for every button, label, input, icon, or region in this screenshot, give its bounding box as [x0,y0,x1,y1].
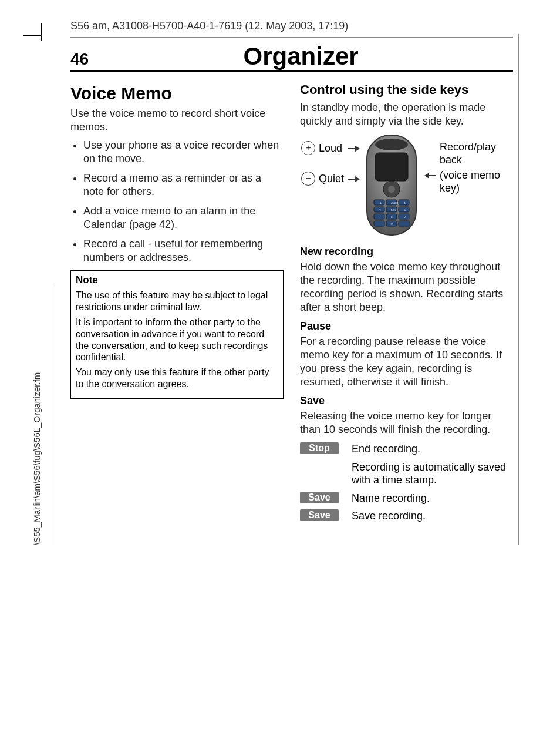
note-paragraph: You may only use this feature if the oth… [76,367,278,390]
action-row: Recording is automatically saved with a … [300,461,513,487]
copyright-sidebar: © Siemens AG 2002, I:\Mobil\L55\S55_Marl… [32,372,42,545]
voice-memo-intro: Use the voice memo to record short voice… [70,107,284,134]
svg-text:8: 8 [391,215,393,219]
svg-text:4: 4 [379,208,381,211]
voice-memo-key-label: (voice memo key) [440,169,513,194]
softkey-action-table: Stop End recording. Recording is automat… [300,442,513,523]
note-box: Note The use of this feature may be subj… [70,270,284,399]
voice-memo-bullets: Use your phone as a voice recorder when … [70,139,284,264]
plus-icon: + [301,141,315,155]
document-header: S56 am, A31008-H5700-A40-1-7619 (12. May… [70,18,513,38]
crop-mark-h [23,35,41,36]
note-paragraph: The use of this feature may be subject t… [76,290,278,313]
pause-text: For a recording pause release the voice … [300,335,513,389]
chapter-title: Organizer [89,42,513,70]
action-description: Recording is automatically saved with a … [352,461,513,487]
svg-rect-14 [374,221,384,226]
save-softkey: Save [300,509,339,521]
phone-illustration: 12 abc3 45 jkl6 789 0 + [362,134,421,237]
svg-rect-5 [374,200,384,205]
action-description: Save recording. [352,509,513,523]
stop-softkey: Stop [300,442,339,454]
bullet-item: Add a voice memo to an alarm in the Cale… [83,204,284,231]
section-side-keys-heading: Control using the side keys [300,82,513,98]
side-keys-intro: In standby mode, the operation is made q… [300,101,513,128]
action-row: Save Save recording. [300,509,513,523]
save-text: Releasing the voice memo key for longer … [300,409,513,436]
svg-text:0 +: 0 + [391,222,395,226]
svg-text:3: 3 [404,201,406,204]
note-paragraph: It is important to inform the other part… [76,317,278,363]
svg-text:2 abc: 2 abc [391,201,399,204]
action-description: End recording. [352,442,513,456]
page-right-edge [518,34,519,545]
svg-point-1 [375,139,408,150]
arrow-right-icon [348,176,360,183]
bullet-item: Use your phone as a voice recorder when … [83,139,284,166]
svg-text:5 jkl: 5 jkl [391,208,396,211]
crop-mark-v [41,23,42,41]
phone-side-keys-diagram: + − Loud Quiet [300,134,513,240]
svg-rect-16 [399,221,409,226]
new-recording-text: Hold down the voice memo key throughout … [300,260,513,314]
save-softkey: Save [300,492,339,503]
note-title: Note [76,274,278,286]
bullet-item: Record a memo as a reminder or as a note… [83,172,284,199]
save-heading: Save [300,395,513,407]
pause-heading: Pause [300,320,513,333]
quiet-label: Quiet [319,173,344,185]
action-row: Save Name recording. [300,492,513,505]
new-recording-heading: New recording [300,246,513,258]
action-row: Stop End recording. [300,442,513,456]
svg-point-4 [388,186,395,193]
action-description: Name recording. [352,492,513,505]
side-rule [52,286,52,545]
minus-icon: − [301,172,315,186]
loud-label: Loud [319,142,342,155]
svg-rect-2 [375,153,408,181]
svg-text:7: 7 [379,215,381,219]
arrow-left-icon [424,172,436,179]
bullet-item: Record a call - useful for remembering n… [83,237,284,264]
svg-text:1: 1 [380,201,382,204]
svg-text:9: 9 [404,215,406,219]
svg-text:6: 6 [404,208,406,211]
arrow-right-icon [348,145,360,152]
section-voice-memo-heading: Voice Memo [70,83,284,103]
record-play-label: Record/play back [440,141,513,166]
page-number: 46 [70,50,89,69]
